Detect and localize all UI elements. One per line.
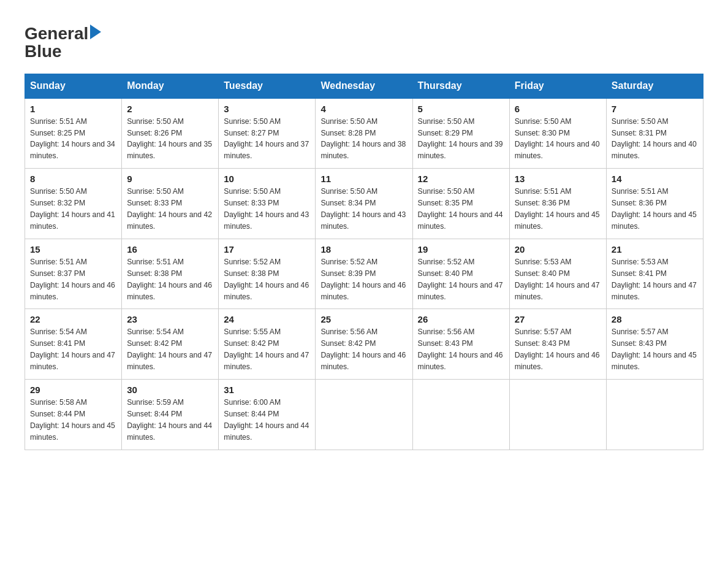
day-number: 5 (418, 104, 504, 114)
weekday-header-monday: Monday (122, 74, 219, 98)
calendar-cell: 23 Sunrise: 5:54 AM Sunset: 8:42 PM Dayl… (122, 309, 219, 380)
day-info: Sunrise: 5:52 AM Sunset: 8:38 PM Dayligh… (224, 256, 310, 303)
calendar-table: SundayMondayTuesdayWednesdayThursdayFrid… (25, 74, 703, 450)
day-info: Sunrise: 5:53 AM Sunset: 8:41 PM Dayligh… (612, 256, 698, 303)
day-number: 29 (30, 385, 116, 395)
weekday-header-sunday: Sunday (25, 74, 122, 98)
day-number: 22 (30, 314, 116, 324)
day-number: 25 (320, 314, 407, 324)
calendar-cell: 16 Sunrise: 5:51 AM Sunset: 8:38 PM Dayl… (122, 239, 219, 309)
day-number: 7 (612, 104, 698, 114)
calendar-cell: 9 Sunrise: 5:50 AM Sunset: 8:33 PM Dayli… (122, 169, 219, 239)
day-info: Sunrise: 5:50 AM Sunset: 8:29 PM Dayligh… (418, 116, 504, 163)
calendar-cell: 7 Sunrise: 5:50 AM Sunset: 8:31 PM Dayli… (606, 98, 703, 169)
day-number: 12 (418, 174, 504, 184)
day-info: Sunrise: 5:50 AM Sunset: 8:27 PM Dayligh… (224, 116, 310, 163)
day-info: Sunrise: 5:59 AM Sunset: 8:44 PM Dayligh… (127, 397, 213, 443)
day-info: Sunrise: 5:50 AM Sunset: 8:33 PM Dayligh… (224, 186, 310, 232)
calendar-week-row: 1 Sunrise: 5:51 AM Sunset: 8:25 PM Dayli… (25, 98, 703, 169)
logo-arrow-icon (90, 25, 101, 39)
day-info: Sunrise: 5:51 AM Sunset: 8:38 PM Dayligh… (127, 256, 213, 303)
day-number: 21 (612, 244, 698, 255)
day-number: 17 (224, 244, 310, 255)
day-number: 27 (515, 314, 601, 324)
calendar-cell: 21 Sunrise: 5:53 AM Sunset: 8:41 PM Dayl… (606, 239, 703, 309)
calendar-cell: 24 Sunrise: 5:55 AM Sunset: 8:42 PM Dayl… (219, 309, 316, 380)
weekday-header-friday: Friday (509, 74, 606, 98)
calendar-cell (412, 380, 509, 450)
calendar-cell: 3 Sunrise: 5:50 AM Sunset: 8:27 PM Dayli… (219, 98, 316, 169)
day-info: Sunrise: 5:50 AM Sunset: 8:34 PM Dayligh… (320, 186, 407, 232)
calendar-cell: 19 Sunrise: 5:52 AM Sunset: 8:40 PM Dayl… (412, 239, 509, 309)
calendar-cell: 28 Sunrise: 5:57 AM Sunset: 8:43 PM Dayl… (606, 309, 703, 380)
calendar-cell: 18 Sunrise: 5:52 AM Sunset: 8:39 PM Dayl… (316, 239, 412, 309)
weekday-header-wednesday: Wednesday (316, 74, 412, 98)
calendar-cell: 5 Sunrise: 5:50 AM Sunset: 8:29 PM Dayli… (412, 98, 509, 169)
day-info: Sunrise: 5:57 AM Sunset: 8:43 PM Dayligh… (612, 326, 698, 373)
calendar-week-row: 22 Sunrise: 5:54 AM Sunset: 8:41 PM Dayl… (25, 309, 703, 380)
weekday-header-thursday: Thursday (412, 74, 509, 98)
day-number: 4 (320, 104, 407, 114)
day-info: Sunrise: 5:51 AM Sunset: 8:36 PM Dayligh… (612, 186, 698, 232)
logo-blue: Blue (25, 42, 62, 61)
calendar-cell: 14 Sunrise: 5:51 AM Sunset: 8:36 PM Dayl… (606, 169, 703, 239)
calendar-week-row: 15 Sunrise: 5:51 AM Sunset: 8:37 PM Dayl… (25, 239, 703, 309)
calendar-cell: 17 Sunrise: 5:52 AM Sunset: 8:38 PM Dayl… (219, 239, 316, 309)
day-number: 6 (515, 104, 601, 114)
calendar-cell: 26 Sunrise: 5:56 AM Sunset: 8:43 PM Dayl… (412, 309, 509, 380)
day-number: 19 (418, 244, 504, 255)
calendar-cell: 22 Sunrise: 5:54 AM Sunset: 8:41 PM Dayl… (25, 309, 122, 380)
day-number: 11 (320, 174, 407, 184)
day-info: Sunrise: 5:53 AM Sunset: 8:40 PM Dayligh… (515, 256, 601, 303)
day-number: 2 (127, 104, 213, 114)
logo-general: General (25, 25, 88, 44)
logo: General Blue (25, 25, 101, 61)
day-number: 13 (515, 174, 601, 184)
calendar-cell: 15 Sunrise: 5:51 AM Sunset: 8:37 PM Dayl… (25, 239, 122, 309)
day-info: Sunrise: 5:58 AM Sunset: 8:44 PM Dayligh… (30, 397, 116, 443)
day-info: Sunrise: 5:50 AM Sunset: 8:28 PM Dayligh… (320, 116, 407, 163)
day-info: Sunrise: 5:51 AM Sunset: 8:37 PM Dayligh… (30, 256, 116, 303)
day-info: Sunrise: 5:52 AM Sunset: 8:40 PM Dayligh… (418, 256, 504, 303)
calendar-week-row: 29 Sunrise: 5:58 AM Sunset: 8:44 PM Dayl… (25, 380, 703, 450)
day-info: Sunrise: 5:50 AM Sunset: 8:32 PM Dayligh… (30, 186, 116, 232)
day-number: 31 (224, 385, 310, 395)
calendar-cell: 1 Sunrise: 5:51 AM Sunset: 8:25 PM Dayli… (25, 98, 122, 169)
day-info: Sunrise: 5:56 AM Sunset: 8:42 PM Dayligh… (320, 326, 407, 373)
weekday-header-saturday: Saturday (606, 74, 703, 98)
day-info: Sunrise: 5:50 AM Sunset: 8:33 PM Dayligh… (127, 186, 213, 232)
calendar-cell: 10 Sunrise: 5:50 AM Sunset: 8:33 PM Dayl… (219, 169, 316, 239)
day-number: 16 (127, 244, 213, 255)
day-number: 8 (30, 174, 116, 184)
calendar-cell: 8 Sunrise: 5:50 AM Sunset: 8:32 PM Dayli… (25, 169, 122, 239)
calendar-cell (316, 380, 412, 450)
calendar-cell: 12 Sunrise: 5:50 AM Sunset: 8:35 PM Dayl… (412, 169, 509, 239)
day-number: 9 (127, 174, 213, 184)
calendar-cell: 13 Sunrise: 5:51 AM Sunset: 8:36 PM Dayl… (509, 169, 606, 239)
day-number: 28 (612, 314, 698, 324)
calendar-week-row: 8 Sunrise: 5:50 AM Sunset: 8:32 PM Dayli… (25, 169, 703, 239)
calendar-cell (509, 380, 606, 450)
day-number: 20 (515, 244, 601, 255)
calendar-cell: 4 Sunrise: 5:50 AM Sunset: 8:28 PM Dayli… (316, 98, 412, 169)
day-info: Sunrise: 5:52 AM Sunset: 8:39 PM Dayligh… (320, 256, 407, 303)
calendar-cell: 25 Sunrise: 5:56 AM Sunset: 8:42 PM Dayl… (316, 309, 412, 380)
day-info: Sunrise: 5:54 AM Sunset: 8:42 PM Dayligh… (127, 326, 213, 373)
day-info: Sunrise: 5:50 AM Sunset: 8:26 PM Dayligh… (127, 116, 213, 163)
calendar-cell: 30 Sunrise: 5:59 AM Sunset: 8:44 PM Dayl… (122, 380, 219, 450)
day-info: Sunrise: 5:57 AM Sunset: 8:43 PM Dayligh… (515, 326, 601, 373)
day-number: 24 (224, 314, 310, 324)
day-info: Sunrise: 5:56 AM Sunset: 8:43 PM Dayligh… (418, 326, 504, 373)
day-number: 26 (418, 314, 504, 324)
day-info: Sunrise: 5:54 AM Sunset: 8:41 PM Dayligh… (30, 326, 116, 373)
header: General Blue (25, 18, 703, 61)
day-number: 14 (612, 174, 698, 184)
calendar-cell: 6 Sunrise: 5:50 AM Sunset: 8:30 PM Dayli… (509, 98, 606, 169)
calendar-cell: 31 Sunrise: 6:00 AM Sunset: 8:44 PM Dayl… (219, 380, 316, 450)
day-info: Sunrise: 5:50 AM Sunset: 8:31 PM Dayligh… (612, 116, 698, 163)
calendar-cell: 20 Sunrise: 5:53 AM Sunset: 8:40 PM Dayl… (509, 239, 606, 309)
day-info: Sunrise: 5:50 AM Sunset: 8:30 PM Dayligh… (515, 116, 601, 163)
calendar-cell: 27 Sunrise: 5:57 AM Sunset: 8:43 PM Dayl… (509, 309, 606, 380)
day-number: 30 (127, 385, 213, 395)
weekday-header-row: SundayMondayTuesdayWednesdayThursdayFrid… (25, 74, 703, 98)
